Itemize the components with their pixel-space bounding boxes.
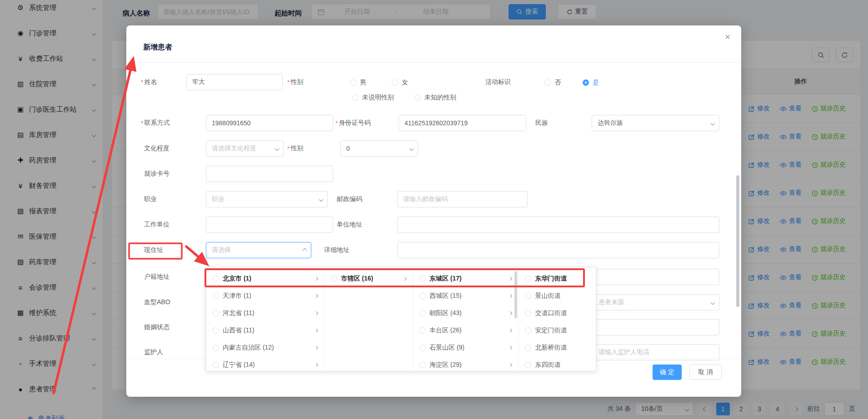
radio-icon [544,79,551,86]
radio-icon [350,79,356,86]
radio-icon [352,94,359,101]
id-number-input[interactable]: 411625192602039719 [399,115,526,131]
cascader-option[interactable]: 石景山区 (9) [413,339,518,356]
cascader-option[interactable]: 安定门街道 [519,322,596,339]
education-select[interactable]: 请选择文化程度 [206,140,284,157]
chevron-right-icon [314,346,318,350]
cascader-column: 东城区 (17)西城区 (15)朝阳区 (43)丰台区 (26)石景山区 (9)… [413,267,519,371]
radio-icon [419,345,426,351]
cascader-option[interactable]: 东城区 (17) [413,270,518,287]
chevron-down-icon [711,121,715,125]
name-label: 姓名 [141,74,157,90]
radio-icon [525,310,531,316]
cascader-column: 北京市 (1)天津市 (1)河北省 (11)山西省 (11)内蒙古自治区 (12… [206,267,324,371]
marital-label: 婚姻状态 [144,319,170,335]
unit-addr-input[interactable] [397,217,719,233]
column-scrollbar[interactable] [514,271,517,318]
contact-input[interactable]: 19880991650 [206,115,333,131]
chevron-down-icon [409,146,414,151]
cascader-option[interactable]: 西城区 (15) [413,287,518,305]
guardian-label: 监护人 [144,344,163,360]
gender-radio-unstated[interactable]: 未说明性别 [352,94,394,102]
occupation-select[interactable]: 职业 [206,191,328,207]
chevron-down-icon [711,300,715,305]
radio-icon [525,293,531,299]
radio-icon [213,310,219,316]
postal-input[interactable]: 请输入邮政编码 [397,191,528,207]
radio-icon [419,362,426,368]
cascader-option[interactable]: 景山街道 [519,287,596,305]
gender2-label: 性别 [287,140,303,157]
active-radio-yes[interactable]: 是 [583,79,599,87]
cascader-option[interactable]: 内蒙古自治区 (12) [206,339,324,356]
chevron-right-icon [403,277,407,281]
gender2-select[interactable]: 0 [340,140,418,157]
work-unit-input[interactable] [206,217,333,233]
chevron-right-icon [509,311,512,315]
radio-icon [419,293,426,299]
address-cascader-panel: 北京市 (1)天津市 (1)河北省 (11)山西省 (11)内蒙古自治区 (12… [206,267,596,371]
cascader-option[interactable]: 辽宁省 (14) [206,356,324,371]
dialog-title: 新增患者 [143,43,172,52]
close-icon[interactable]: × [725,32,730,42]
blood-type-label: 血型ABO [144,294,170,311]
cascader-option[interactable]: 天津市 (1) [206,287,324,305]
cascader-option[interactable]: 丰台区 (26) [413,322,518,339]
ethnicity-select[interactable]: 达斡尔族 [592,115,719,131]
radio-icon [392,79,398,86]
active-radio-no[interactable]: 否 [544,79,561,87]
current-address-label: 现住址 [144,242,163,258]
radio-icon [331,276,337,282]
id-number-label: 身份证号码 [335,115,370,131]
confirm-button[interactable]: 确 定 [653,365,682,380]
chevron-down-icon [275,146,279,151]
cascader-option[interactable]: 交道口街道 [519,305,596,322]
gender-radio-female[interactable]: 女 [392,79,408,87]
add-patient-dialog: 新增患者 × 姓名 牢大 性别 男 女 活动标识 否 是 未说明性别 未知的性别… [126,25,741,397]
gender-radio-male[interactable]: 男 [350,79,366,87]
radio-icon [213,293,219,299]
cascader-column: 市辖区 (16) [324,267,413,371]
cascader-option[interactable]: 东华门街道 [519,270,596,287]
cascader-option[interactable]: 山西省 (11) [206,322,324,339]
cancel-button[interactable]: 取 消 [689,365,722,380]
chevron-right-icon [509,294,512,298]
education-label: 文化程度 [144,140,170,157]
radio-icon [213,362,219,368]
gender-label: 性别 [287,74,303,90]
radio-icon [414,94,421,101]
chevron-down-icon [319,197,324,202]
chevron-right-icon [509,329,512,332]
name-input[interactable]: 牢大 [186,74,283,90]
household-label: 户籍地址 [144,269,170,285]
cascader-option[interactable]: 市辖区 (16) [324,270,413,287]
radio-icon [525,276,531,282]
detail-addr-input[interactable] [397,242,719,258]
cascader-option[interactable]: 河北省 (11) [206,305,324,322]
divider [126,62,741,63]
gender-radio-unknown[interactable]: 未知的性别 [414,94,456,102]
current-address-cascader[interactable]: 请选择 [206,242,311,258]
cascader-option[interactable]: 海淀区 (29) [413,356,518,371]
detail-addr-label: 详细地址 [324,242,349,258]
chevron-right-icon [509,346,512,350]
contact-label: 联系方式 [141,115,170,131]
modal-scrollbar[interactable] [736,175,739,307]
cascader-option[interactable]: 东四街道 [519,356,596,371]
chevron-right-icon [509,363,512,367]
app-screen: ⚙系统管理◉门诊管理¥收费工作站▥住院管理▣门诊医生工作站▤库房管理✚药房管理¥… [0,0,868,419]
cascader-option[interactable]: 北京市 (1) [206,270,324,287]
active-flag-label: 活动标识 [485,74,511,90]
radio-icon [419,310,426,316]
chevron-right-icon [314,311,318,315]
card-no-label: 就诊卡号 [144,166,170,182]
work-unit-label: 工作单位 [144,217,170,233]
cascader-option[interactable]: 朝阳区 (43) [413,305,518,322]
radio-icon [213,345,219,351]
radio-icon [525,327,531,334]
radio-checked-icon [583,79,589,86]
chevron-right-icon [314,277,318,281]
cascader-option[interactable]: 北新桥街道 [519,339,596,356]
chevron-right-icon [314,329,318,332]
card-no-input[interactable] [206,166,333,182]
